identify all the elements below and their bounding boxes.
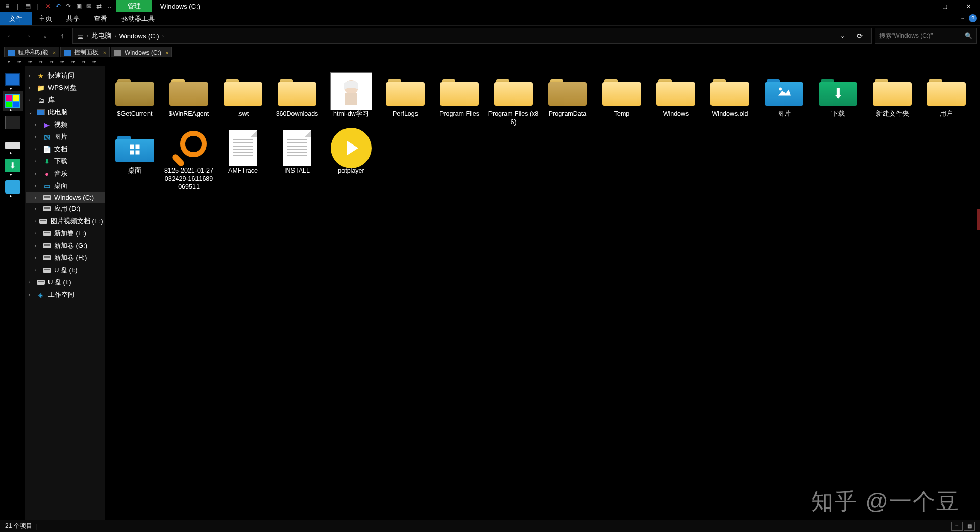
manage-context-tab[interactable]: 管理 — [116, 0, 152, 13]
recent-dropdown-icon[interactable]: ⌄ — [38, 29, 52, 43]
crumb-thispc[interactable]: 此电脑 — [91, 31, 111, 40]
drive-icon — [43, 267, 51, 274]
scrollbar[interactable] — [977, 209, 980, 230]
tree-drive-i[interactable]: ›U 盘 (I:) — [26, 264, 105, 276]
tab-close-icon[interactable]: × — [103, 50, 106, 56]
tree-drive-d[interactable]: ›应用 (D:) — [26, 203, 105, 215]
file-item[interactable]: 360Downloads — [270, 72, 324, 129]
ab-downloads-icon[interactable]: ⬇▸ — [3, 155, 23, 176]
ts-icon[interactable]: ▫▾ — [15, 58, 24, 65]
address-bar[interactable]: 🖴 › 此电脑 › Windows (C:) › ⌄ ⟳ — [72, 28, 872, 44]
tree-workspace[interactable]: ›◈工作空间 — [26, 288, 105, 301]
item-label: Program Files — [439, 110, 479, 118]
file-item[interactable]: 8125-2021-01-27032429-1611689069511 — [162, 129, 216, 194]
ts-icon[interactable]: ▫▾ — [68, 58, 78, 65]
ribbon-tab-share[interactable]: 共享 — [59, 12, 87, 25]
ab-drive-icon[interactable]: ▸ — [3, 134, 23, 154]
forward-button[interactable]: → — [20, 29, 35, 43]
tree-drive-g[interactable]: ›新加卷 (G:) — [26, 239, 105, 252]
delete-icon[interactable]: ✕ — [44, 2, 52, 10]
close-button[interactable]: ✕ — [957, 0, 980, 12]
ts-icon[interactable]: ▫▾ — [36, 58, 45, 65]
ts-icon[interactable]: ▫▾ — [26, 58, 35, 65]
properties-icon[interactable]: ▤ — [23, 2, 32, 10]
ribbon-tab-view[interactable]: 查看 — [87, 12, 114, 25]
tree-drive-f[interactable]: ›新加卷 (F:) — [26, 227, 105, 239]
tree-drive-c[interactable]: ›Windows (C:) — [26, 192, 105, 203]
tree-usb[interactable]: ›U 盘 (I:) — [26, 276, 105, 288]
file-item[interactable]: PerfLogs — [378, 72, 432, 129]
tree-video[interactable]: ›▶视频 — [26, 118, 105, 131]
search-input[interactable]: 搜索"Windows (C:)" 🔍 — [875, 28, 977, 44]
tree-documents[interactable]: ›📄文档 — [26, 143, 105, 155]
tree-label: 音乐 — [54, 169, 67, 178]
ab-monitor-icon[interactable]: ▸ — [3, 69, 23, 90]
file-item[interactable]: html-dw学习 — [324, 72, 378, 129]
tab-close-icon[interactable]: × — [53, 50, 56, 56]
sync-icon[interactable]: ⇄ — [95, 2, 103, 10]
check-icon[interactable]: ▣ — [75, 2, 83, 10]
view-icons-button[interactable]: ▦ — [964, 522, 975, 531]
ts-icon[interactable]: ▫▾ — [47, 58, 56, 65]
file-item[interactable]: $GetCurrent — [108, 72, 162, 129]
address-history-icon[interactable]: ⌄ — [836, 33, 849, 39]
file-item[interactable]: 新建文件夹 — [865, 72, 919, 129]
file-item[interactable]: Windows.old — [703, 72, 757, 129]
tab-close-icon[interactable]: × — [165, 50, 168, 56]
crumb-drive[interactable]: Windows (C:) — [119, 32, 159, 40]
tree-pictures[interactable]: ›▧图片 — [26, 131, 105, 143]
back-button[interactable]: ← — [3, 29, 17, 43]
tree-drive-e[interactable]: ›图片视频文档 (E:) — [26, 215, 105, 227]
tab-controlpanel[interactable]: 控制面板× — [60, 47, 109, 57]
maximize-button[interactable]: ▢ — [933, 0, 957, 12]
ts-icon[interactable]: ▫▾ — [58, 58, 67, 65]
mail-icon[interactable]: ✉ — [85, 2, 93, 10]
ab-dashboard-icon[interactable]: ▸ — [3, 91, 23, 111]
undo-icon[interactable]: ↶ — [54, 2, 62, 10]
tree-desktop[interactable]: ›▭桌面 — [26, 180, 105, 192]
file-item[interactable]: 桌面 — [108, 129, 162, 194]
tree-downloads[interactable]: ›⬇下载 — [26, 155, 105, 167]
file-item[interactable]: 用户 — [919, 72, 973, 129]
ab-folder-icon[interactable]: ▸ — [3, 177, 23, 197]
view-details-button[interactable]: ≡ — [951, 522, 963, 531]
file-item[interactable]: ProgramData — [541, 72, 595, 129]
file-item[interactable]: potplayer — [324, 129, 378, 194]
file-item[interactable]: $WinREAgent — [162, 72, 216, 129]
tree-library[interactable]: ›🗂库 — [26, 94, 105, 106]
ab-terminal-icon[interactable] — [3, 112, 23, 133]
ts-icon[interactable]: ▫▾ — [90, 58, 99, 65]
item-thumb — [276, 132, 318, 164]
ribbon-collapse-icon[interactable]: ⌄ — [960, 14, 965, 21]
tab-programs[interactable]: 程序和功能× — [4, 47, 59, 57]
file-item[interactable]: ⬇下载 — [811, 72, 865, 129]
file-tab[interactable]: 文件 — [0, 12, 32, 25]
help-icon[interactable]: ? — [969, 14, 977, 22]
up-button[interactable]: ↑ — [55, 29, 69, 43]
tree-drive-h[interactable]: ›新加卷 (H:) — [26, 252, 105, 264]
file-item[interactable]: Program Files (x86) — [486, 72, 541, 129]
tree-music[interactable]: ›●音乐 — [26, 167, 105, 180]
file-item[interactable]: AMFTrace — [216, 129, 270, 194]
tree-quickaccess[interactable]: ›★快速访问 — [26, 69, 105, 82]
nav-tree[interactable]: ›★快速访问 ›📁WPS网盘 ›🗂库 ⌄此电脑 ›▶视频 ›▧图片 ›📄文档 ›… — [26, 66, 105, 520]
file-item[interactable]: Program Files — [432, 72, 486, 129]
file-item[interactable]: Temp — [595, 72, 649, 129]
ts-icon[interactable]: ▾ — [4, 58, 13, 65]
tree-wps[interactable]: ›📁WPS网盘 — [26, 82, 105, 94]
tree-thispc[interactable]: ⌄此电脑 — [26, 106, 105, 118]
redo-icon[interactable]: ↷ — [64, 2, 72, 10]
file-item[interactable]: .swt — [216, 72, 270, 129]
ts-icon[interactable]: ▫▾ — [79, 58, 88, 65]
ribbon-tab-home[interactable]: 主页 — [32, 12, 59, 25]
more-icon[interactable]: ‥ — [105, 2, 113, 10]
refresh-icon[interactable]: ⟳ — [852, 32, 867, 40]
file-view[interactable]: $GetCurrent$WinREAgent.swt360Downloadsht… — [105, 66, 980, 520]
ribbon-tab-drivetools[interactable]: 驱动器工具 — [114, 12, 162, 25]
minimize-button[interactable]: — — [910, 0, 933, 12]
file-item[interactable]: Windows — [649, 72, 703, 129]
tab-windows-c[interactable]: Windows (C:)× — [111, 47, 172, 57]
file-item[interactable]: INSTALL — [270, 129, 324, 194]
file-item[interactable]: 图片 — [757, 72, 811, 129]
tab-label: 程序和功能 — [18, 48, 48, 57]
